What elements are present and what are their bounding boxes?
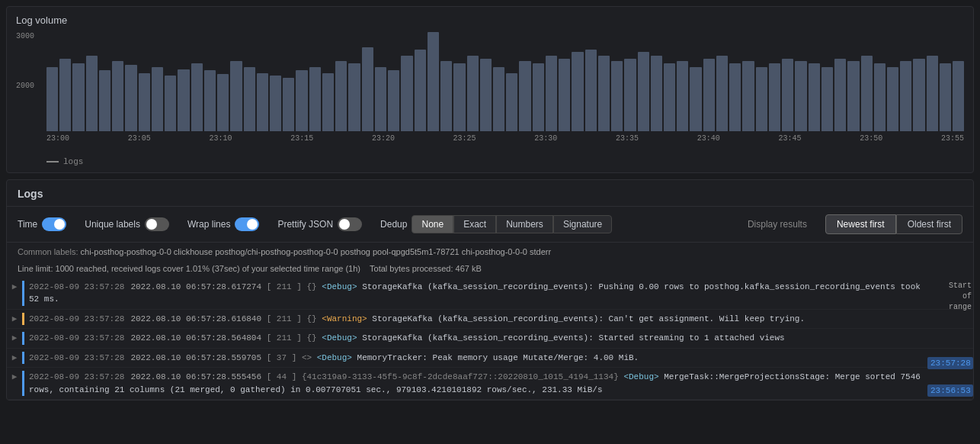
chart-bar[interactable] — [139, 73, 150, 131]
chart-bar[interactable] — [283, 78, 294, 131]
chart-bar[interactable] — [296, 70, 307, 131]
chart-bar[interactable] — [742, 61, 754, 131]
chart-bar[interactable] — [834, 59, 846, 131]
chart-bar[interactable] — [900, 61, 911, 131]
chart-bar[interactable] — [375, 67, 386, 131]
chart-bar[interactable] — [874, 63, 886, 131]
dedup-exact-button[interactable]: Exact — [453, 215, 496, 233]
chart-bar[interactable] — [598, 56, 610, 131]
dedup-none-button[interactable]: None — [412, 215, 453, 233]
x-label: 23:30 — [534, 134, 557, 143]
chart-bar[interactable] — [703, 59, 715, 131]
chart-bar[interactable] — [230, 61, 242, 131]
dedup-signature-button[interactable]: Signature — [553, 215, 612, 233]
chart-bar[interactable] — [388, 70, 399, 131]
chart-bar[interactable] — [559, 59, 570, 131]
y-label-2000: 2000 — [16, 82, 43, 90]
chart-bar[interactable] — [244, 67, 255, 131]
chart-bar[interactable] — [756, 67, 767, 131]
chart-bar[interactable] — [112, 61, 123, 131]
chart-bar[interactable] — [624, 59, 636, 131]
chart-bar[interactable] — [769, 63, 780, 131]
chart-bar[interactable] — [809, 63, 820, 131]
log-expand-button[interactable]: ▶ — [7, 281, 22, 306]
chart-bar[interactable] — [506, 73, 517, 131]
chart-bar[interactable] — [480, 59, 492, 131]
chart-bar[interactable] — [847, 61, 859, 131]
chart-bar[interactable] — [191, 63, 203, 131]
chart-bar[interactable] — [125, 65, 136, 131]
chart-bar[interactable] — [913, 59, 924, 131]
chart-bar[interactable] — [493, 67, 504, 131]
chart-bar[interactable] — [178, 69, 189, 131]
log-expand-button[interactable]: ▶ — [7, 352, 22, 365]
chart-bar[interactable] — [585, 50, 597, 131]
chart-bar[interactable] — [638, 52, 649, 131]
chart-bar[interactable] — [309, 67, 321, 131]
chart-bar[interactable] — [99, 70, 110, 131]
prettify-json-toggle[interactable] — [338, 217, 362, 231]
wrap-lines-toggle[interactable] — [235, 217, 259, 231]
wrap-lines-label: Wrap lines — [187, 219, 230, 230]
sidebar-timestamp-2[interactable]: 23:56:53 — [927, 384, 973, 397]
chart-bar[interactable] — [453, 63, 465, 131]
chart-section: Log volume 3000 2000 23:0023:0523:1023:1… — [6, 6, 974, 173]
chart-bar[interactable] — [401, 56, 412, 131]
chart-bar[interactable] — [716, 56, 728, 131]
chart-bar[interactable] — [664, 63, 675, 131]
dedup-numbers-button[interactable]: Numbers — [496, 215, 553, 233]
chart-bar[interactable] — [362, 47, 373, 131]
chart-bar[interactable] — [651, 56, 662, 131]
chart-bar[interactable] — [59, 59, 71, 131]
chart-bar[interactable] — [46, 67, 58, 131]
log-entry[interactable]: ▶2022-08-09 23:57:282022.08.10 06:57:28.… — [7, 278, 973, 310]
chart-bar[interactable] — [152, 67, 163, 131]
controls-row: Time Unique labels Wrap lines Prettify J… — [7, 207, 973, 243]
log-expand-button[interactable]: ▶ — [7, 371, 22, 396]
time-toggle[interactable] — [42, 217, 66, 231]
log-expand-button[interactable]: ▶ — [7, 332, 22, 345]
chart-bar[interactable] — [348, 63, 360, 131]
chart-bar[interactable] — [821, 67, 833, 131]
log-content: 2022-08-09 23:57:282022.08.10 06:57:28.5… — [29, 332, 973, 345]
sidebar-timestamp-1[interactable]: 23:57:28 — [927, 357, 973, 369]
time-control: Time — [18, 217, 66, 231]
oldest-first-button[interactable]: Oldest first — [896, 214, 962, 234]
chart-bar[interactable] — [729, 63, 741, 131]
chart-bar[interactable] — [795, 61, 806, 131]
chart-bar[interactable] — [887, 67, 898, 131]
chart-bar[interactable] — [440, 61, 452, 131]
chart-bar[interactable] — [546, 56, 557, 131]
unique-labels-toggle[interactable] — [145, 217, 169, 231]
chart-bar[interactable] — [927, 56, 938, 131]
chart-bar[interactable] — [611, 61, 623, 131]
x-label: 23:05 — [128, 134, 151, 143]
chart-bar[interactable] — [953, 61, 964, 131]
chart-bar[interactable] — [86, 56, 98, 131]
chart-bar[interactable] — [533, 63, 544, 131]
chart-bar[interactable] — [428, 32, 439, 131]
chart-bar[interactable] — [270, 76, 281, 131]
chart-bar[interactable] — [257, 73, 268, 131]
chart-bar[interactable] — [415, 50, 426, 131]
log-entry[interactable]: ▶2022-08-09 23:57:282022.08.10 06:57:28.… — [7, 329, 973, 349]
newest-first-button[interactable]: Newest first — [825, 214, 896, 234]
chart-bar[interactable] — [335, 61, 347, 131]
log-expand-button[interactable]: ▶ — [7, 313, 22, 326]
chart-bar[interactable] — [217, 74, 229, 131]
log-entry[interactable]: ▶2022-08-09 23:57:282022.08.10 06:57:28.… — [7, 368, 973, 400]
chart-bar[interactable] — [165, 76, 176, 131]
chart-bar[interactable] — [204, 70, 216, 131]
chart-bar[interactable] — [322, 73, 334, 131]
chart-bar[interactable] — [690, 67, 701, 131]
chart-bar[interactable] — [782, 59, 793, 131]
chart-bar[interactable] — [861, 56, 873, 131]
chart-bar[interactable] — [519, 61, 530, 131]
chart-bar[interactable] — [940, 63, 951, 131]
log-entry[interactable]: ▶2022-08-09 23:57:282022.08.10 06:57:28.… — [7, 349, 973, 368]
chart-bar[interactable] — [677, 61, 688, 131]
chart-bar[interactable] — [572, 52, 583, 131]
chart-bar[interactable] — [467, 56, 479, 131]
log-entry[interactable]: ▶2022-08-09 23:57:282022.08.10 06:57:28.… — [7, 310, 973, 330]
chart-bar[interactable] — [72, 63, 84, 131]
